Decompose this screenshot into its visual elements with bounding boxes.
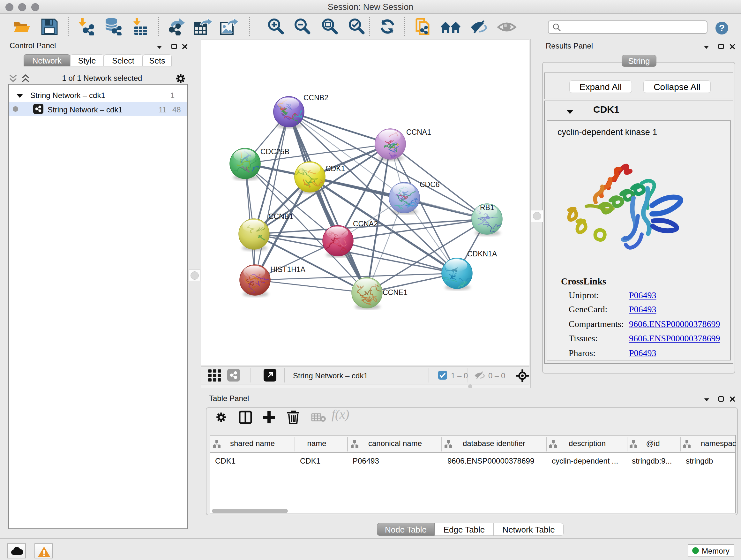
svg-text:CCNE1: CCNE1	[383, 288, 408, 297]
svg-text:CDC25B: CDC25B	[260, 147, 289, 156]
svg-text:CDKN1A: CDKN1A	[467, 250, 497, 258]
svg-text:CCNB1: CCNB1	[268, 212, 293, 221]
svg-text:CCNB2: CCNB2	[304, 94, 328, 102]
svg-text:CDK1: CDK1	[326, 165, 345, 173]
svg-text:CDC6: CDC6	[420, 180, 440, 189]
svg-text:HIST1H1A: HIST1H1A	[270, 265, 306, 273]
svg-text:CCNA1: CCNA1	[406, 128, 431, 136]
svg-text:RB1: RB1	[480, 203, 494, 212]
svg-text:CCNA2: CCNA2	[353, 220, 378, 228]
